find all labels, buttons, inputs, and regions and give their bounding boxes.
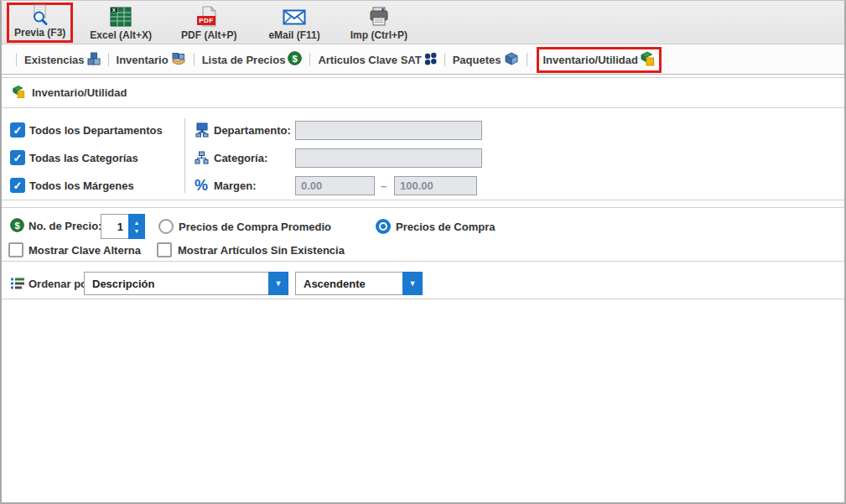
preview-icon [30, 4, 50, 26]
sort-list-icon [10, 277, 25, 294]
chevron-down-icon[interactable]: ▼ [402, 272, 423, 295]
printer-icon [368, 6, 390, 29]
tab-inventario-utilidad-label: Inventario/Utilidad [543, 54, 638, 66]
page-title: Inventario/Utilidad [32, 86, 127, 99]
margin-label: Margen: [214, 179, 257, 192]
all-departments-label: Todos los Departamentos [29, 124, 163, 137]
show-alt-key-label: Mostrar Clave Alterna [29, 244, 141, 257]
tab-articulos-clave-sat[interactable]: Articulos Clave SAT [318, 52, 436, 68]
package-icon [504, 52, 519, 68]
pdf-button-label: PDF (Alt+P) [181, 29, 236, 41]
tab-separator [16, 53, 17, 66]
tab-existencias-label: Existencias [24, 54, 85, 66]
radio-dot [379, 222, 387, 231]
department-icon [195, 122, 210, 141]
price-number-value: 1 [101, 214, 128, 239]
show-alt-key-checkbox[interactable] [8, 242, 23, 257]
sort-field-dropdown[interactable]: Descripción ▼ [84, 272, 288, 295]
preview-button-label: Previa (F3) [14, 27, 65, 39]
arrow-down-icon[interactable]: ▼ [134, 228, 140, 234]
department-input [295, 121, 482, 140]
all-margins-checkbox[interactable]: ✓ [10, 178, 25, 193]
inventory-hand-icon [171, 52, 186, 68]
svg-text:X: X [112, 8, 116, 13]
sat-dots-icon [424, 52, 437, 68]
filters-panel: ✓ Todos los Departamentos ✓ Todas las Ca… [2, 108, 844, 200]
all-categories-checkbox[interactable]: ✓ [10, 150, 25, 165]
tab-inventario-label: Inventario [117, 54, 169, 66]
tab-paquetes[interactable]: Paquetes [453, 52, 519, 68]
sort-direction-dropdown[interactable]: Ascendente ▼ [295, 272, 423, 295]
sort-field-value: Descripción [84, 272, 268, 295]
avg-purchase-price-radio[interactable] [158, 219, 174, 234]
tab-articulos-clave-sat-label: Articulos Clave SAT [318, 54, 421, 66]
show-no-stock-checkbox[interactable] [157, 242, 172, 257]
price-number-label: No. de Precio: [29, 220, 101, 232]
pdf-icon: PDF [200, 6, 218, 29]
tab-inventario[interactable]: Inventario [117, 52, 186, 68]
svg-text:$: $ [14, 221, 19, 231]
category-input [295, 148, 482, 168]
department-label: Departamento: [214, 124, 291, 137]
vertical-divider [184, 118, 185, 193]
all-margins-label: Todos los Márgenes [29, 179, 134, 192]
range-dash: – [381, 179, 387, 192]
chevron-down-icon[interactable]: ▼ [268, 272, 288, 295]
excel-button[interactable]: X Excel (Alt+X) [84, 3, 158, 43]
percent-icon: % [195, 179, 208, 192]
tab-separator [309, 53, 310, 66]
avg-purchase-price-label: Precios de Compra Promedio [179, 221, 331, 233]
stock-boxes-icon [87, 52, 101, 68]
app-window: Previa (F3) X Excel (Alt+X) [0, 0, 846, 504]
inventory-utility-icon [641, 51, 655, 69]
arrow-up-icon[interactable]: ▲ [134, 220, 140, 226]
print-button[interactable]: Imp (Ctrl+P) [345, 3, 413, 43]
check-icon: ✓ [13, 124, 23, 137]
tab-separator [194, 53, 195, 66]
dollar-icon: $ [10, 218, 24, 236]
dollar-icon: $ [288, 51, 302, 68]
tab-lista-de-precios-label: Lista de Precios [202, 54, 286, 66]
print-button-label: Imp (Ctrl+P) [350, 29, 407, 41]
price-options-panel: $ No. de Precio: 1 ▲ ▼ Precios de Compra… [2, 207, 844, 262]
excel-icon: X [110, 6, 132, 29]
stepper-buttons[interactable]: ▲ ▼ [128, 214, 145, 239]
tab-separator [108, 53, 109, 66]
tab-separator [527, 53, 527, 66]
inventory-utility-icon [13, 85, 25, 101]
margin-to-input [394, 176, 477, 195]
all-departments-checkbox[interactable]: ✓ [10, 122, 25, 138]
check-icon: ✓ [13, 152, 23, 164]
tab-paquetes-label: Paquetes [453, 54, 501, 66]
sort-direction-value: Ascendente [295, 272, 402, 295]
email-icon [283, 6, 306, 29]
sort-panel: Ordenar por: Descripción ▼ Ascendente ▼ [2, 268, 844, 299]
tab-lista-de-precios[interactable]: Lista de Precios $ [202, 51, 303, 68]
category-icon [195, 151, 209, 168]
purchase-price-label: Precios de Compra [396, 221, 496, 233]
category-label: Categoría: [214, 152, 267, 164]
tab-bar: Existencias Inventario Lis [2, 45, 844, 75]
email-button[interactable]: eMail (F11) [262, 3, 325, 43]
tab-inventario-utilidad[interactable]: Inventario/Utilidad [537, 47, 662, 73]
tab-separator [444, 53, 445, 66]
pdf-badge: PDF [197, 16, 215, 25]
preview-button[interactable]: Previa (F3) [7, 3, 73, 43]
show-no-stock-label: Mostrar Artículos Sin Existencia [178, 244, 345, 257]
svg-text:$: $ [293, 54, 298, 64]
excel-button-label: Excel (Alt+X) [90, 29, 152, 41]
pdf-button[interactable]: PDF PDF (Alt+P) [175, 3, 242, 43]
check-icon: ✓ [13, 179, 23, 192]
purchase-price-radio[interactable] [376, 219, 391, 234]
email-button-label: eMail (F11) [268, 29, 319, 41]
section-header: Inventario/Utilidad [2, 77, 844, 108]
toolbar: Previa (F3) X Excel (Alt+X) [2, 1, 844, 44]
price-number-stepper[interactable]: 1 ▲ ▼ [101, 214, 145, 239]
margin-from-input [295, 176, 375, 195]
tab-existencias[interactable]: Existencias [24, 52, 101, 68]
all-categories-label: Todas las Categorías [29, 152, 138, 164]
